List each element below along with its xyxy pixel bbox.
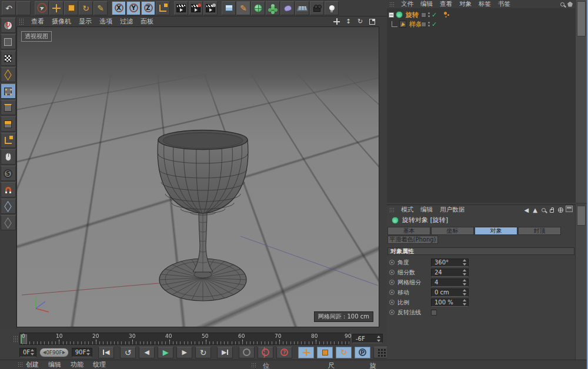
om-menu-view[interactable]: 查看: [440, 0, 452, 8]
mat-menu-edit[interactable]: 编辑: [48, 360, 61, 369]
object-row-lathe[interactable]: − 旋转 ✓: [387, 10, 575, 19]
previous-frame-icon[interactable]: ◀: [139, 347, 155, 358]
anim-dot-icon[interactable]: [389, 310, 395, 315]
object-manager-scrollbar[interactable]: [575, 0, 587, 203]
last-used-tool-icon[interactable]: ✎: [93, 1, 108, 15]
subdivision-field[interactable]: 24: [431, 269, 469, 277]
stepper-icon[interactable]: [462, 279, 467, 286]
viewport-interaction-icon[interactable]: [1, 149, 16, 165]
light-icon[interactable]: [325, 1, 339, 15]
go-to-start-icon[interactable]: ◀: [98, 347, 114, 358]
stepper-icon[interactable]: [462, 299, 467, 306]
move-tool-icon[interactable]: [49, 1, 64, 15]
search-icon[interactable]: [560, 2, 564, 6]
record-scale-icon[interactable]: [317, 347, 333, 358]
undo-icon[interactable]: ↶: [2, 1, 16, 15]
flip-normals-checkbox[interactable]: [431, 310, 437, 316]
history-back-icon[interactable]: ◀: [524, 207, 529, 213]
drag-handle-icon[interactable]: [19, 18, 24, 25]
drag-handle-icon[interactable]: [18, 362, 22, 367]
drag-handle-icon[interactable]: [251, 363, 256, 368]
next-key-icon[interactable]: ↻: [195, 347, 211, 358]
render-settings-icon[interactable]: [203, 1, 218, 15]
axis-y-lock-icon[interactable]: Y: [126, 1, 141, 15]
vp-menu-display[interactable]: 显示: [79, 17, 92, 26]
rotate-view-icon[interactable]: ↻: [356, 18, 364, 25]
snap-settings-icon[interactable]: S: [1, 166, 16, 181]
points-mode-icon[interactable]: [1, 83, 16, 99]
am-menu-mode[interactable]: 模式: [401, 206, 413, 214]
edges-mode-icon[interactable]: [1, 100, 16, 115]
attribute-manager-scrollbar[interactable]: [575, 204, 587, 360]
axis-x-lock-icon[interactable]: X: [112, 1, 126, 15]
vp-menu-filter[interactable]: 过滤: [120, 17, 133, 26]
vp-menu-options[interactable]: 选项: [99, 17, 112, 26]
record-keyframe-icon[interactable]: [239, 347, 255, 358]
frame-range-slider[interactable]: 0F 90F: [39, 348, 69, 357]
scale-tool-icon[interactable]: [64, 1, 78, 15]
anim-dot-icon[interactable]: [389, 270, 395, 275]
play-forward-icon[interactable]: ▶: [158, 347, 173, 358]
anim-dot-icon[interactable]: [389, 260, 395, 265]
tab-basic[interactable]: 基本: [387, 227, 430, 235]
panel-menu-icon[interactable]: [566, 206, 573, 212]
next-frame-icon[interactable]: ▶: [176, 347, 192, 358]
render-view-icon[interactable]: [174, 1, 188, 15]
movement-field[interactable]: 0 cm: [431, 289, 469, 297]
live-selection-icon[interactable]: ➤: [35, 1, 49, 15]
zoom-view-icon[interactable]: ↕: [345, 18, 352, 25]
collapse-icon[interactable]: −: [389, 12, 394, 18]
om-menu-edit[interactable]: 编辑: [420, 0, 433, 8]
viewport-view-label[interactable]: 透视视图: [21, 31, 52, 42]
model-mode-icon[interactable]: [1, 34, 16, 49]
generator-icon[interactable]: [251, 1, 265, 15]
drag-handle-icon[interactable]: [13, 336, 18, 342]
range-right-arrow-icon[interactable]: [62, 351, 65, 354]
stepper-icon[interactable]: [30, 349, 35, 355]
tab-coordinates[interactable]: 坐标: [431, 227, 474, 235]
polygons-mode-icon[interactable]: [1, 116, 16, 132]
vp-menu-panel[interactable]: 面板: [141, 17, 153, 26]
vp-menu-cameras[interactable]: 摄像机: [52, 17, 71, 26]
previous-key-icon[interactable]: ↺: [120, 347, 136, 358]
tab-caps[interactable]: 封顶: [518, 227, 561, 235]
pan-view-icon[interactable]: [333, 18, 340, 25]
enabled-check-icon[interactable]: ✓: [432, 21, 437, 28]
record-rotation-icon[interactable]: ↻: [336, 347, 352, 358]
viewport-canvas[interactable]: 透视视图 网格间距 : 100 cm: [16, 26, 379, 327]
enabled-check-icon[interactable]: ✓: [432, 11, 437, 19]
axis-z-lock-icon[interactable]: Z: [141, 1, 155, 15]
environment-icon[interactable]: [295, 1, 309, 15]
search-icon[interactable]: [542, 208, 546, 212]
maximize-view-icon[interactable]: [368, 18, 376, 25]
magnet-snap-icon[interactable]: [1, 182, 16, 197]
autokey-icon[interactable]: ( ): [258, 347, 273, 358]
am-menu-userdata[interactable]: 用户数据: [440, 206, 465, 214]
current-frame-field[interactable]: 0F: [19, 348, 36, 357]
go-to-end-icon[interactable]: ▶: [217, 347, 233, 358]
anim-dot-icon[interactable]: [389, 300, 395, 305]
drag-handle-icon[interactable]: [389, 207, 394, 213]
history-up-icon[interactable]: ▲: [533, 207, 537, 213]
texture-mode-icon[interactable]: [1, 51, 16, 66]
spline-pen-icon[interactable]: ✎: [236, 1, 250, 15]
layer-box-icon[interactable]: [421, 22, 426, 27]
object-label[interactable]: 样条: [409, 20, 422, 29]
angle-field[interactable]: 360°: [431, 259, 469, 267]
add-cube-primitive-icon[interactable]: [222, 1, 236, 15]
visibility-dots-icon[interactable]: [428, 22, 430, 26]
object-row-spline[interactable]: 样条 ✓: [387, 19, 575, 29]
stepper-icon[interactable]: [376, 336, 381, 342]
om-menu-file[interactable]: 文件: [401, 0, 413, 8]
record-parameter-icon[interactable]: P: [355, 347, 370, 358]
timeline-offset-field[interactable]: -6F: [352, 334, 383, 343]
am-menu-edit[interactable]: 编辑: [420, 206, 433, 214]
stepper-icon[interactable]: [462, 259, 467, 266]
tab-phong[interactable]: 平滑着色(Phong): [387, 236, 438, 244]
layer-box-icon[interactable]: [421, 12, 426, 18]
mat-menu-texture[interactable]: 纹理: [93, 360, 106, 369]
om-menu-bookmarks[interactable]: 书签: [498, 0, 510, 8]
render-picture-viewer-icon[interactable]: [189, 1, 203, 15]
axis-mode-icon[interactable]: [1, 133, 16, 148]
om-menu-tags[interactable]: 标签: [479, 0, 491, 8]
